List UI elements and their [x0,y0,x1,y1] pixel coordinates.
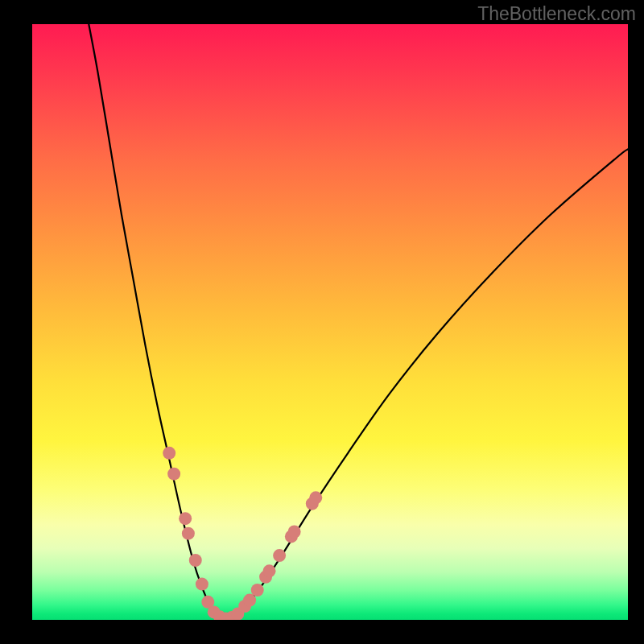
highlight-point [167,468,180,481]
highlight-point [251,584,264,597]
chart-frame: TheBottleneck.com [0,0,644,644]
curve-layer [32,24,628,620]
highlight-point [179,512,192,525]
highlight-point [288,525,301,538]
highlight-point [243,594,256,607]
highlight-markers [163,447,322,620]
highlight-point [309,491,322,504]
plot-area [32,24,628,620]
highlight-point [182,527,195,540]
highlight-point [196,578,208,591]
highlight-point [163,447,175,460]
bottleneck-curve [89,24,628,619]
highlight-point [273,549,286,562]
highlight-point [263,564,276,577]
highlight-point [189,554,202,567]
watermark-text: TheBottleneck.com [477,3,636,25]
